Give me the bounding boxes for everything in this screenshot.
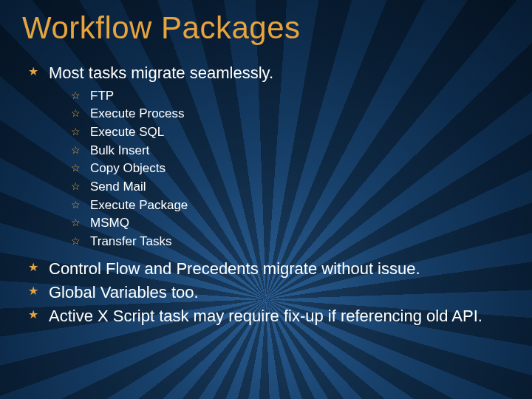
bullet-list: Most tasks migrate seamlessly. FTP Execu…: [22, 62, 510, 327]
sub-list-item-label: Execute Process: [90, 106, 185, 120]
sub-list-item-label: FTP: [90, 89, 114, 103]
list-item: Most tasks migrate seamlessly. FTP Execu…: [27, 62, 510, 250]
slide: Workflow Packages Most tasks migrate sea…: [0, 0, 532, 399]
list-item: Active X Script task may require fix-up …: [27, 305, 510, 327]
list-item-label: Global Variables too.: [49, 283, 199, 301]
sub-list-item-label: Bulk Insert: [90, 143, 149, 157]
sub-list-item-label: Send Mail: [90, 180, 146, 194]
slide-title: Workflow Packages: [22, 10, 510, 46]
sub-list-item: Execute SQL: [71, 123, 510, 142]
sub-list-item: Execute Process: [71, 105, 510, 123]
list-item-label: Control Flow and Precedents migrate with…: [49, 259, 420, 278]
sub-list: FTP Execute Process Execute SQL Bulk Ins…: [49, 87, 510, 251]
list-item-label: Active X Script task may require fix-up …: [49, 307, 482, 325]
sub-list-item: Execute Package: [71, 197, 510, 215]
sub-list-item: Send Mail: [71, 178, 510, 197]
sub-list-item-label: Transfer Tasks: [90, 234, 172, 248]
sub-list-item: MSMQ: [71, 214, 510, 233]
sub-list-item-label: Execute SQL: [90, 125, 164, 139]
sub-list-item-label: Copy Objects: [90, 161, 166, 175]
list-item: Global Variables too.: [27, 282, 510, 304]
sub-list-item: Copy Objects: [71, 160, 510, 178]
list-item-label: Most tasks migrate seamlessly.: [49, 64, 273, 82]
sub-list-item: FTP: [71, 87, 510, 106]
sub-list-item: Bulk Insert: [71, 142, 510, 160]
sub-list-item: Transfer Tasks: [71, 233, 510, 251]
list-item: Control Flow and Precedents migrate with…: [27, 258, 510, 280]
sub-list-item-label: MSMQ: [90, 216, 129, 230]
sub-list-item-label: Execute Package: [90, 198, 188, 212]
